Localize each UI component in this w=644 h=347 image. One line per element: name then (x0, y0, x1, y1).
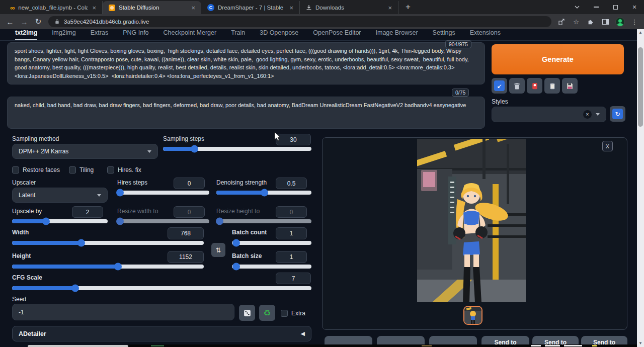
scrollbar-thumb[interactable] (638, 47, 643, 127)
browser-tab-colab[interactable]: ∞ new_colab_file.ipynb - Colaborat × (4, 1, 103, 14)
tab-openpose-editor[interactable]: OpenPose Editor (313, 29, 361, 40)
upscale-by-value[interactable]: 2 (72, 206, 103, 218)
page-scrollbar[interactable]: ▲ ▼ (637, 29, 644, 347)
tab-txt2img[interactable]: txt2img (15, 29, 37, 40)
profile-avatar[interactable] (614, 16, 625, 27)
generated-image[interactable] (417, 139, 526, 302)
tab-png-info[interactable]: PNG Info (123, 29, 148, 40)
negative-prompt-input[interactable]: naked, child, bad hand, bad draw, bad dr… (7, 97, 485, 129)
cfg-scale-value[interactable]: 7 (276, 273, 311, 284)
scroll-down-icon[interactable]: ▼ (637, 340, 644, 347)
sampling-steps-label: Sampling steps (163, 135, 204, 142)
batch-size-value[interactable]: 1 (276, 251, 307, 263)
width-label: Width (12, 229, 29, 236)
tab-image-browser[interactable]: Image Browser (376, 29, 418, 40)
tab-img2img[interactable]: img2img (52, 29, 75, 40)
next-section-edge (28, 345, 128, 347)
address-bar[interactable]: 3a59ec42041dbb46cb.gradio.live (48, 16, 551, 27)
generate-button[interactable]: Generate (492, 44, 624, 74)
paste-arrow-icon: ↙ (494, 80, 505, 91)
hires-steps-slider[interactable] (117, 191, 209, 195)
height-slider[interactable] (12, 265, 204, 269)
tiling-option[interactable]: Tiling (69, 166, 94, 173)
app-tab-bar: txt2img img2img Extras PNG Info Checkpoi… (0, 29, 637, 41)
browser-tab-downloads[interactable]: Downloads × (300, 1, 398, 14)
colab-icon: ∞ (10, 4, 15, 12)
restore-faces-checkbox[interactable] (12, 166, 19, 173)
tab-train[interactable]: Train (231, 29, 245, 40)
reuse-seed-button[interactable]: ♻ (259, 305, 275, 321)
tab-close-icon[interactable]: × (91, 4, 97, 12)
hires-fix-checkbox[interactable] (107, 166, 114, 173)
random-seed-button[interactable] (239, 305, 255, 321)
tab-extensions[interactable]: Extensions (470, 29, 501, 40)
batch-size-slider[interactable] (232, 265, 311, 269)
seed-input[interactable] (12, 304, 234, 320)
swap-dimensions-button[interactable]: ⇅ (211, 243, 225, 257)
mouse-cursor (274, 132, 281, 141)
forward-icon[interactable]: → (17, 18, 31, 26)
share-icon[interactable] (556, 16, 567, 27)
gallery-thumbnail[interactable] (463, 306, 482, 325)
cfg-scale-slider[interactable] (12, 286, 311, 290)
clear-prompt-button[interactable] (509, 78, 525, 94)
tab-settings[interactable]: Settings (433, 29, 455, 40)
upscaler-label: Upscaler (12, 179, 36, 186)
tab-close-icon[interactable]: × (387, 4, 393, 12)
prompt-token-counter: 904/975 (445, 40, 471, 48)
adetailer-accordion[interactable]: ADetailer ◀ (12, 326, 311, 341)
seed-label: Seed (12, 296, 26, 303)
paste-params-button[interactable]: ↙ (492, 78, 507, 94)
save-style-button[interactable] (562, 78, 578, 94)
card-icon (531, 82, 538, 90)
toolbar-icons: ☆ ⋮ (556, 14, 640, 29)
browser-tab-stable-diffusion[interactable]: Stable Diffusion × (103, 1, 201, 14)
menu-kebab-icon[interactable]: ⋮ (629, 16, 640, 27)
denoising-slider[interactable] (216, 191, 311, 195)
minimize-button[interactable] (587, 0, 606, 14)
dice-icon (243, 309, 252, 317)
styles-dropdown[interactable]: × (492, 107, 606, 122)
maximize-button[interactable] (606, 0, 625, 14)
height-value[interactable]: 1152 (168, 251, 204, 263)
prompt-input[interactable]: sport shoes, fighter, fight, fight Glove… (7, 42, 485, 84)
tab-close-icon[interactable]: × (190, 4, 196, 12)
tab-close-icon[interactable]: × (288, 4, 294, 12)
styles-clear-icon[interactable]: × (583, 110, 592, 119)
new-tab-button[interactable]: + (406, 2, 411, 14)
tab-checkpoint-merger[interactable]: Checkpoint Merger (164, 29, 217, 40)
sampling-steps-slider[interactable] (163, 147, 311, 151)
extensions-puzzle-icon[interactable] (585, 16, 596, 27)
bookmark-star-icon[interactable]: ☆ (571, 16, 582, 27)
width-slider[interactable] (12, 241, 204, 245)
reload-icon[interactable]: ↻ (31, 17, 45, 26)
tiling-checkbox[interactable] (69, 166, 76, 173)
gallery-close-button[interactable]: X (602, 141, 613, 151)
denoising-value[interactable]: 0.5 (276, 178, 307, 189)
back-icon[interactable]: ← (3, 18, 17, 26)
sampling-steps-value[interactable]: 30 (276, 134, 311, 145)
sidebar-icon[interactable] (600, 16, 611, 27)
batch-count-slider[interactable] (232, 241, 311, 245)
extra-seed-option[interactable]: Extra (281, 310, 305, 317)
upscaler-dropdown[interactable]: Latent (12, 188, 108, 203)
hires-fix-option[interactable]: Hires. fix (107, 166, 141, 173)
sampling-method-dropdown[interactable]: DPM++ 2M Karras (12, 144, 158, 159)
extra-networks-button[interactable] (527, 78, 542, 94)
batch-count-value[interactable]: 1 (276, 227, 307, 239)
gradio-icon (109, 5, 115, 11)
scroll-up-icon[interactable]: ▲ (637, 29, 644, 36)
hires-steps-value[interactable]: 0 (174, 178, 205, 189)
extra-seed-checkbox[interactable] (281, 310, 288, 317)
upscale-by-slider[interactable] (12, 219, 108, 223)
apply-styles-button[interactable] (544, 78, 560, 94)
styles-refresh-button[interactable]: ↻ (610, 106, 625, 122)
restore-faces-option[interactable]: Restore faces (12, 166, 60, 173)
width-value[interactable]: 768 (168, 227, 204, 239)
browser-tab-dreamshaper[interactable]: C DreamShaper - 7 | Stable Diffusio × (201, 1, 300, 14)
tab-extras[interactable]: Extras (91, 29, 108, 40)
browser-tab-title: DreamShaper - 7 | Stable Diffusio (218, 5, 285, 11)
tab-search-chevron-icon[interactable] (568, 0, 587, 14)
close-button[interactable]: × (625, 0, 644, 14)
tab-3d-openpose[interactable]: 3D Openpose (260, 29, 298, 40)
